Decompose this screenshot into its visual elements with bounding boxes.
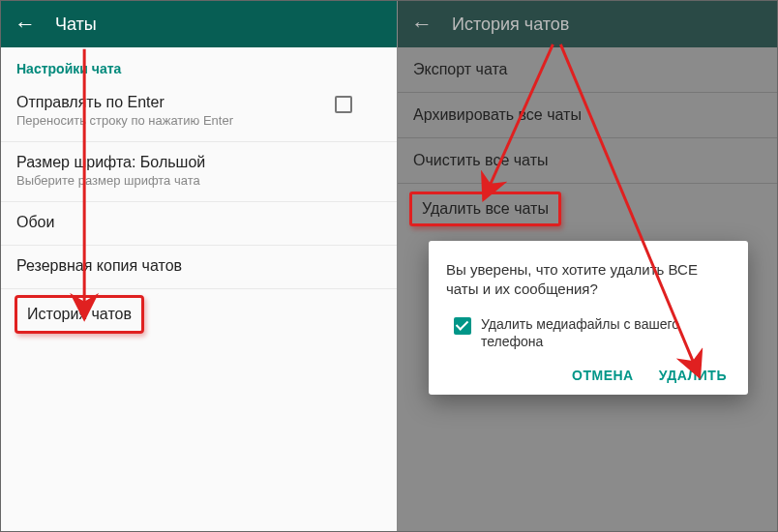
- row-title: Обои: [16, 214, 54, 231]
- section-title: Настройки чата: [1, 47, 397, 82]
- row-title: Очистить все чаты: [413, 152, 762, 169]
- chat-history-body: Экспорт чата Архивировать все чаты Очист…: [398, 47, 777, 531]
- chats-settings-body: Настройки чата Отправлять по Enter Перен…: [1, 47, 397, 531]
- header-chats: ← Чаты: [1, 1, 397, 47]
- row-title: Удалить все чаты: [422, 200, 549, 217]
- back-arrow-icon[interactable]: ←: [15, 14, 36, 35]
- row-backup-chats[interactable]: Резервная копия чатов: [1, 246, 397, 289]
- row-archive-all[interactable]: Архивировать все чаты: [398, 93, 777, 138]
- row-clear-all[interactable]: Очистить все чаты: [398, 138, 777, 184]
- row-chat-history-highlight[interactable]: История чатов: [15, 295, 144, 334]
- row-title: Резервная копия чатов: [16, 257, 182, 275]
- row-send-on-enter[interactable]: Отправлять по Enter Переносить строку по…: [1, 82, 397, 142]
- chat-history-pane: ← История чатов Экспорт чата Архивироват…: [398, 1, 777, 531]
- row-title: Отправлять по Enter: [16, 94, 233, 111]
- header-title: История чатов: [452, 15, 569, 35]
- row-title: Архивировать все чаты: [413, 106, 762, 124]
- dialog-check-label: Удалить медиафайлы с вашего телефона: [481, 315, 731, 350]
- cancel-button[interactable]: ОТМЕНА: [572, 368, 634, 383]
- dialog-text: Вы уверены, что хотите удалить ВСЕ чаты …: [446, 260, 731, 300]
- row-subtitle: Выберите размер шрифта чата: [16, 173, 205, 188]
- back-arrow-icon[interactable]: ←: [411, 14, 433, 35]
- row-font-size[interactable]: Размер шрифта: Большой Выберите размер ш…: [1, 142, 397, 202]
- row-wallpaper[interactable]: Обои: [1, 202, 397, 246]
- row-export-chat[interactable]: Экспорт чата: [398, 47, 777, 93]
- row-title: История чатов: [27, 306, 132, 322]
- row-delete-all-highlight[interactable]: Удалить все чаты: [409, 192, 561, 226]
- row-title: Размер шрифта: Большой: [16, 154, 205, 171]
- chats-settings-pane: ← Чаты Настройки чата Отправлять по Ente…: [1, 1, 398, 531]
- row-title: Экспорт чата: [413, 61, 762, 78]
- dialog-actions: ОТМЕНА УДАЛИТЬ: [446, 368, 731, 383]
- confirm-delete-button[interactable]: УДАЛИТЬ: [659, 368, 727, 383]
- confirm-delete-dialog: Вы уверены, что хотите удалить ВСЕ чаты …: [429, 241, 748, 395]
- header-chat-history: ← История чатов: [398, 1, 777, 47]
- checkbox-checked-icon[interactable]: [454, 317, 471, 335]
- header-title: Чаты: [55, 15, 97, 35]
- row-subtitle: Переносить строку по нажатию Enter: [16, 113, 233, 128]
- dialog-media-checkbox-row[interactable]: Удалить медиафайлы с вашего телефона: [446, 315, 731, 350]
- checkbox-unchecked-icon[interactable]: [335, 96, 352, 113]
